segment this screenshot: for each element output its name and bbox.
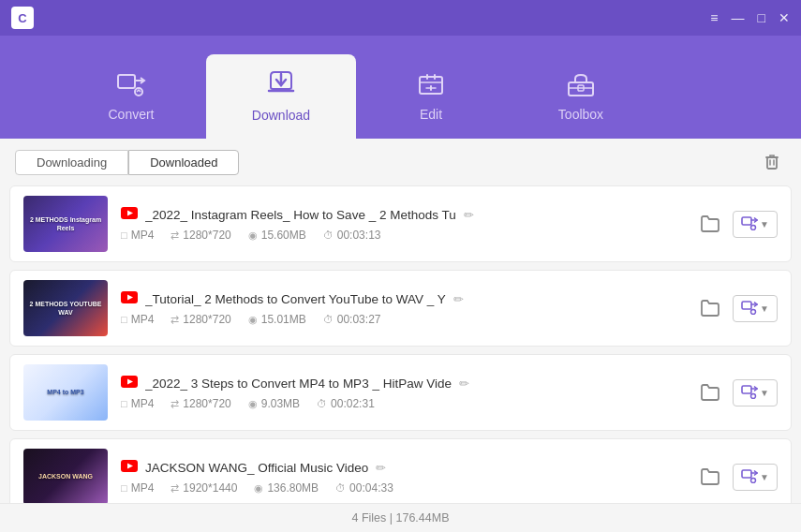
- file-edit-icon[interactable]: ✏: [464, 208, 474, 222]
- convert-btn-icon: [741, 215, 758, 233]
- open-folder-button[interactable]: [695, 209, 725, 239]
- file-edit-icon[interactable]: ✏: [459, 377, 469, 391]
- thumbnail: MP4 to MP3: [23, 364, 108, 421]
- tab-toolbox[interactable]: Toolbox: [506, 54, 656, 139]
- file-edit-icon[interactable]: ✏: [453, 292, 464, 306]
- svg-rect-5: [767, 157, 777, 169]
- youtube-icon: [121, 459, 138, 476]
- file-meta: □ MP4 ⇄ 1920*1440 ◉ 136.80MB ⏱ 00:04:33: [121, 481, 682, 495]
- file-info: _2022_ 3 Steps to Convert MP4 to MP3 _ H…: [121, 375, 682, 410]
- maximize-button[interactable]: □: [758, 11, 765, 24]
- convert-dropdown-icon: ▼: [760, 472, 769, 482]
- file-summary-footer: 4 Files | 176.44MB: [0, 503, 801, 532]
- convert-button[interactable]: ▼: [733, 379, 778, 406]
- resolution-meta: ⇄ 1280*720: [171, 313, 230, 326]
- tab-edit[interactable]: Edit: [356, 54, 506, 139]
- duration-meta: ⏱ 00:03:27: [323, 313, 381, 326]
- list-item: 2 METHODS YOUTUBE WAV _Tutorial_ 2 Metho…: [9, 270, 792, 347]
- youtube-icon: [121, 375, 138, 392]
- svg-rect-13: [742, 386, 751, 393]
- file-actions: ▼: [695, 293, 778, 323]
- tab-download[interactable]: Download: [206, 54, 356, 139]
- size-meta: ◉ 15.60MB: [248, 229, 306, 242]
- convert-icon: [116, 71, 146, 101]
- resolution-meta: ⇄ 1280*720: [171, 229, 230, 242]
- convert-button[interactable]: ▼: [733, 464, 778, 491]
- format-meta: □ MP4: [121, 481, 154, 495]
- format-meta: □ MP4: [121, 397, 154, 410]
- resolution-meta: ⇄ 1920*1440: [171, 481, 237, 495]
- file-info: _2022_ Instagram Reels_ How to Save _ 2 …: [121, 206, 682, 242]
- sub-tabs-bar: Downloading Downloaded: [0, 139, 801, 185]
- svg-rect-16: [742, 470, 751, 478]
- convert-button[interactable]: ▼: [733, 295, 778, 322]
- main-content: Downloading Downloaded 2 METHODS Instagr…: [0, 139, 801, 532]
- convert-btn-icon: [741, 300, 758, 318]
- svg-point-14: [751, 393, 756, 398]
- file-info: _Tutorial_ 2 Methods to Convert YouTube …: [121, 290, 682, 326]
- menu-icon[interactable]: ≡: [710, 11, 718, 24]
- file-title: _2022_ 3 Steps to Convert MP4 to MP3 _ H…: [145, 377, 452, 391]
- thumbnail: JACKSON WANG: [23, 449, 108, 503]
- file-info: JACKSON WANG_ Official Music Video ✏ □ M…: [121, 459, 682, 495]
- format-meta: □ MP4: [121, 313, 154, 326]
- delete-all-button[interactable]: [758, 148, 786, 176]
- svg-rect-10: [742, 302, 751, 309]
- sub-tabs: Downloading Downloaded: [15, 150, 239, 175]
- svg-rect-0: [118, 75, 135, 88]
- convert-btn-icon: [741, 468, 758, 486]
- close-button[interactable]: ✕: [779, 11, 790, 24]
- download-icon: [265, 70, 297, 102]
- file-list: 2 METHODS Instagram Reels _2022_ Instagr…: [0, 185, 801, 503]
- list-item: JACKSON WANG JACKSON WANG_ Official Musi…: [9, 438, 792, 503]
- app-logo: C: [11, 7, 34, 29]
- svg-point-8: [751, 225, 756, 229]
- tab-edit-label: Edit: [420, 107, 442, 122]
- titlebar: C ≡ — □ ✕: [0, 0, 801, 36]
- file-title: _2022_ Instagram Reels_ How to Save _ 2 …: [145, 208, 456, 222]
- youtube-icon: [121, 206, 138, 223]
- file-summary-text: 4 Files | 176.44MB: [352, 511, 450, 525]
- size-meta: ◉ 136.80MB: [254, 481, 319, 495]
- open-folder-button[interactable]: [695, 377, 725, 407]
- size-meta: ◉ 9.03MB: [248, 397, 300, 410]
- edit-icon: [416, 71, 446, 101]
- convert-dropdown-icon: ▼: [760, 388, 769, 398]
- duration-meta: ⏱ 00:02:31: [317, 397, 375, 410]
- file-title: JACKSON WANG_ Official Music Video: [145, 461, 368, 475]
- format-meta: □ MP4: [121, 229, 154, 242]
- toolbox-icon: [566, 71, 596, 101]
- tab-download-label: Download: [252, 108, 310, 123]
- svg-rect-7: [742, 217, 751, 225]
- file-actions: ▼: [695, 209, 778, 239]
- minimize-button[interactable]: —: [732, 11, 745, 24]
- file-title: _Tutorial_ 2 Methods to Convert YouTube …: [145, 292, 446, 306]
- duration-meta: ⏱ 00:03:13: [323, 229, 381, 242]
- tab-toolbox-label: Toolbox: [558, 107, 603, 122]
- open-folder-button[interactable]: [695, 293, 725, 323]
- subtab-downloading[interactable]: Downloading: [15, 150, 128, 175]
- duration-meta: ⏱ 00:04:33: [335, 481, 393, 495]
- convert-dropdown-icon: ▼: [760, 219, 769, 229]
- list-item: 2 METHODS Instagram Reels _2022_ Instagr…: [9, 185, 792, 262]
- titlebar-controls: ≡ — □ ✕: [710, 11, 790, 24]
- file-meta: □ MP4 ⇄ 1280*720 ◉ 15.60MB ⏱ 00:03:13: [121, 229, 682, 242]
- svg-point-17: [751, 478, 756, 482]
- nav-bar: Convert Download Edit: [0, 36, 801, 139]
- convert-button[interactable]: ▼: [733, 211, 778, 238]
- file-meta: □ MP4 ⇄ 1280*720 ◉ 15.01MB ⏱ 00:03:27: [121, 313, 682, 326]
- file-actions: ▼: [695, 377, 778, 407]
- thumbnail: 2 METHODS YOUTUBE WAV: [23, 280, 108, 336]
- size-meta: ◉ 15.01MB: [248, 313, 306, 326]
- tab-convert[interactable]: Convert: [56, 54, 206, 139]
- file-edit-icon[interactable]: ✏: [376, 461, 386, 475]
- thumbnail: 2 METHODS Instagram Reels: [23, 196, 108, 252]
- youtube-icon: [121, 290, 138, 307]
- open-folder-button[interactable]: [695, 462, 725, 492]
- convert-dropdown-icon: ▼: [760, 303, 769, 314]
- resolution-meta: ⇄ 1280*720: [171, 397, 230, 410]
- list-item: MP4 to MP3 _2022_ 3 Steps to Convert MP4…: [9, 354, 792, 431]
- file-actions: ▼: [695, 462, 778, 492]
- subtab-downloaded[interactable]: Downloaded: [128, 150, 239, 175]
- svg-point-11: [751, 309, 756, 314]
